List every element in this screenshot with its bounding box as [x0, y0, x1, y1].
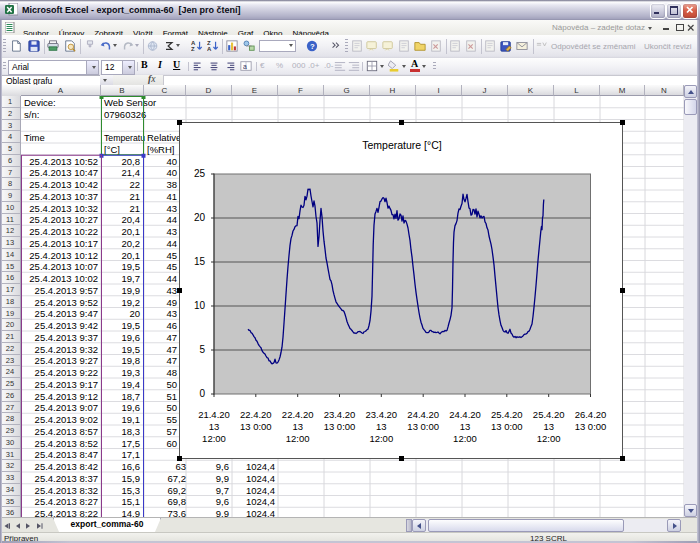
svg-text:23.4.20: 23.4.20	[365, 409, 397, 420]
svg-text:Z: Z	[207, 40, 211, 46]
svg-text:19,5: 19,5	[122, 344, 141, 355]
svg-text:40: 40	[166, 167, 177, 178]
svg-text:25.4.2013 9:07: 25.4.2013 9:07	[35, 402, 98, 413]
svg-text:25.4.2013 10:27: 25.4.2013 10:27	[29, 214, 98, 225]
svg-text:15,9: 15,9	[122, 473, 141, 484]
svg-text:19,6: 19,6	[122, 402, 141, 413]
svg-text:50: 50	[166, 379, 177, 390]
svg-text:43: 43	[166, 285, 177, 296]
svg-text:Temperature [°C]: Temperature [°C]	[362, 139, 442, 151]
svg-text:25.4.2013 9:02: 25.4.2013 9:02	[35, 414, 98, 425]
svg-text:A: A	[207, 46, 212, 52]
svg-text:25.4.2013 10:07: 25.4.2013 10:07	[29, 261, 98, 272]
svg-text:a: a	[243, 63, 247, 70]
svg-text:18,3: 18,3	[122, 426, 141, 437]
svg-text:12:00: 12:00	[369, 433, 393, 444]
svg-text:1024,4: 1024,4	[246, 496, 275, 507]
svg-text:43: 43	[166, 203, 177, 214]
svg-text:?: ?	[310, 42, 315, 51]
svg-text:19,2: 19,2	[122, 297, 141, 308]
svg-text:10: 10	[194, 300, 206, 311]
svg-text:25.4.2013 10:47: 25.4.2013 10:47	[29, 167, 98, 178]
svg-text:25.4.2013 8:22: 25.4.2013 8:22	[35, 508, 98, 517]
svg-text:Relative: Relative	[147, 132, 181, 143]
svg-text:20,1: 20,1	[122, 226, 141, 237]
svg-text:38: 38	[166, 179, 177, 190]
svg-text:21: 21	[129, 203, 140, 214]
svg-text:13: 13	[460, 421, 471, 432]
svg-text:44: 44	[166, 273, 177, 284]
svg-text:25.4.2013 8:32: 25.4.2013 8:32	[35, 485, 98, 496]
svg-text:19,9: 19,9	[122, 285, 141, 296]
svg-text:25.4.2013 8:37: 25.4.2013 8:37	[35, 473, 98, 484]
svg-text:14,9: 14,9	[122, 508, 141, 517]
svg-text:69,2: 69,2	[168, 485, 187, 496]
svg-text:25: 25	[194, 168, 206, 179]
svg-text:20,2: 20,2	[122, 238, 141, 249]
svg-text:67,2: 67,2	[168, 473, 187, 484]
svg-text:23.4.20: 23.4.20	[324, 409, 356, 420]
svg-text:9,6: 9,6	[216, 496, 229, 507]
svg-text:13: 13	[292, 421, 303, 432]
svg-text:25.4.2013 10:42: 25.4.2013 10:42	[29, 179, 98, 190]
svg-text:07960326: 07960326	[104, 109, 146, 120]
svg-text:[°C]: [°C]	[104, 144, 120, 155]
svg-text:Z: Z	[191, 46, 195, 52]
svg-text:13: 13	[543, 421, 554, 432]
svg-text:63: 63	[175, 461, 186, 472]
svg-text:9,6: 9,6	[216, 461, 229, 472]
svg-text:20,1: 20,1	[122, 250, 141, 261]
svg-text:16,6: 16,6	[122, 461, 141, 472]
svg-text:19,3: 19,3	[122, 367, 141, 378]
svg-text:Device:: Device:	[24, 97, 56, 108]
svg-text:25.4.2013 10:02: 25.4.2013 10:02	[29, 273, 98, 284]
svg-text:47: 47	[166, 344, 177, 355]
svg-text:[%RH]: [%RH]	[147, 144, 174, 155]
svg-text:25.4.20: 25.4.20	[491, 409, 523, 420]
svg-text:25.4.2013 9:37: 25.4.2013 9:37	[35, 332, 98, 343]
svg-text:5: 5	[199, 344, 205, 355]
svg-text:24.4.20: 24.4.20	[449, 409, 481, 420]
svg-text:15: 15	[194, 256, 206, 267]
svg-text:25.4.2013 10:37: 25.4.2013 10:37	[29, 191, 98, 202]
svg-text:1024,4: 1024,4	[246, 461, 275, 472]
svg-text:13 0:00: 13 0:00	[407, 421, 439, 432]
svg-text:41: 41	[166, 191, 177, 202]
svg-text:13: 13	[376, 421, 387, 432]
svg-text:60: 60	[166, 438, 177, 449]
svg-text:s/n:: s/n:	[24, 109, 39, 120]
svg-text:12:00: 12:00	[286, 433, 310, 444]
svg-text:25.4.2013 8:47: 25.4.2013 8:47	[35, 449, 98, 460]
svg-text:25.4.2013 10:17: 25.4.2013 10:17	[29, 238, 98, 249]
svg-text:13 0:00: 13 0:00	[324, 421, 356, 432]
svg-text:13: 13	[209, 421, 220, 432]
svg-text:45: 45	[166, 261, 177, 272]
svg-text:25.4.2013 9:12: 25.4.2013 9:12	[35, 391, 98, 402]
svg-text:47: 47	[166, 332, 177, 343]
svg-text:25.4.2013 10:52: 25.4.2013 10:52	[29, 156, 98, 167]
svg-text:25.4.2013 8:27: 25.4.2013 8:27	[35, 496, 98, 507]
svg-text:69,8: 69,8	[168, 496, 187, 507]
svg-text:43: 43	[166, 226, 177, 237]
svg-text:15,3: 15,3	[122, 485, 141, 496]
svg-text:13 0:00: 13 0:00	[240, 421, 272, 432]
svg-text:43: 43	[166, 308, 177, 319]
svg-text:22.4.20: 22.4.20	[240, 409, 272, 420]
svg-text:25.4.20: 25.4.20	[533, 409, 565, 420]
svg-text:0: 0	[199, 388, 205, 399]
svg-text:12:00: 12:00	[202, 433, 226, 444]
svg-text:46: 46	[166, 320, 177, 331]
svg-text:21: 21	[129, 191, 140, 202]
svg-text:26.4.20: 26.4.20	[575, 409, 607, 420]
svg-text:21,4: 21,4	[122, 167, 141, 178]
svg-text:20: 20	[129, 308, 140, 319]
svg-text:12:00: 12:00	[537, 433, 561, 444]
svg-text:19,5: 19,5	[122, 320, 141, 331]
svg-text:20: 20	[194, 212, 206, 223]
svg-text:73,6: 73,6	[168, 508, 187, 517]
svg-text:22.4.20: 22.4.20	[282, 409, 314, 420]
svg-text:25.4.2013 9:32: 25.4.2013 9:32	[35, 344, 98, 355]
svg-text:25.4.2013 8:42: 25.4.2013 8:42	[35, 461, 98, 472]
svg-text:9,9: 9,9	[216, 473, 229, 484]
svg-text:47: 47	[166, 355, 177, 366]
